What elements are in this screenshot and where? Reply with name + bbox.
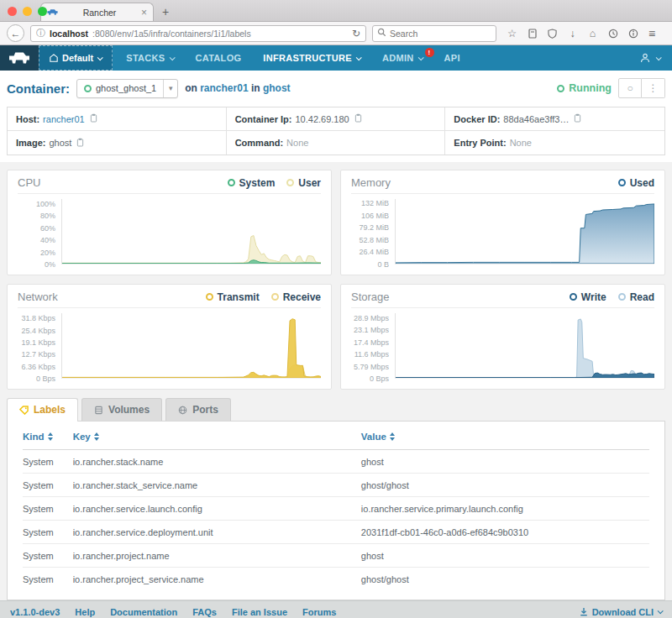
legend-item-read[interactable]: Read [618, 291, 654, 303]
nav-catalog[interactable]: CATALOG [196, 53, 242, 63]
site-info-icon[interactable]: ⓘ [36, 27, 45, 39]
tab-ports-text: Ports [192, 404, 218, 416]
key-cell: io.rancher.service.deployment.unit [73, 527, 361, 537]
chevron-down-icon [656, 55, 662, 60]
legend-item-receive[interactable]: Receive [271, 291, 321, 303]
chevron-down-icon [356, 55, 362, 60]
image-label: Image: [16, 138, 45, 148]
kind-header-text: Kind [23, 432, 45, 442]
history-icon[interactable] [606, 27, 619, 39]
state-text: Running [569, 82, 612, 94]
chart-legend: WriteRead [570, 291, 654, 303]
container-select[interactable]: ghost_ghost_1 ▾ [76, 79, 178, 98]
key-header-text: Key [73, 432, 91, 442]
y-tick-label: 0 Bps [36, 374, 55, 383]
environment-menu[interactable]: Default [39, 45, 113, 71]
tab-ports[interactable]: Ports [165, 398, 231, 421]
y-tick-label: 31.8 Kbps [21, 314, 55, 322]
nav-infrastructure[interactable]: INFRASTRUCTURE [263, 53, 360, 63]
column-header-kind[interactable]: Kind [23, 432, 73, 442]
shield-icon[interactable] [546, 27, 559, 39]
more-actions-button[interactable]: ⋮ [642, 78, 665, 98]
info-icon[interactable] [627, 27, 639, 39]
chevron-down-icon [417, 55, 423, 60]
charts-grid: CPU SystemUser 100%80%60%40%20%0% Memory… [0, 162, 672, 390]
chart-title: CPU [18, 176, 40, 189]
chart-area-svg [62, 199, 321, 264]
tabs-row: Labels Volumes Ports [0, 390, 672, 421]
zoom-window-button[interactable] [38, 7, 47, 16]
rancher-logo[interactable] [0, 45, 39, 71]
back-icon[interactable]: ← [7, 24, 24, 42]
copy-clipboard-icon[interactable] [354, 113, 362, 124]
legend-item-user[interactable]: User [286, 177, 321, 189]
running-ring-icon [557, 85, 564, 92]
minimize-window-button[interactable] [23, 7, 32, 16]
stack-link[interactable]: ghost [263, 82, 291, 94]
window-controls[interactable] [8, 7, 47, 16]
download-icon [580, 607, 588, 616]
table-row: Systemio.rancher.service.launch.configio… [23, 497, 649, 521]
host-link[interactable]: rancher01 [200, 82, 248, 94]
url-bar[interactable]: ⓘ localhost :8080/env/1a5/infra/containe… [30, 25, 366, 42]
kind-cell: System [23, 574, 73, 584]
y-tick-label: 17.4 Mbps [354, 338, 389, 347]
legend-item-used[interactable]: Used [618, 177, 654, 189]
tab-close-icon[interactable]: × [141, 8, 147, 18]
home-icon[interactable]: ⌂ [586, 27, 599, 39]
nav-stacks-label: STACKS [126, 53, 165, 63]
footer-link-documentation[interactable]: Documentation [110, 607, 177, 617]
close-window-button[interactable] [8, 7, 17, 16]
copy-clipboard-icon[interactable] [76, 138, 84, 149]
host-value-link[interactable]: rancher01 [43, 114, 85, 124]
reload-icon[interactable]: ↻ [352, 28, 360, 39]
search-input[interactable] [390, 29, 491, 39]
user-menu[interactable] [640, 45, 672, 71]
sort-icon [94, 432, 99, 441]
download-cli-label: Download CLI [592, 607, 654, 617]
nav-api[interactable]: API [444, 53, 460, 63]
y-tick-label: 0% [45, 260, 55, 269]
tab-labels[interactable]: Labels [7, 398, 78, 421]
nav-stacks[interactable]: STACKS [126, 53, 173, 63]
browser-tab[interactable]: Rancher × [40, 3, 154, 21]
nav-infrastructure-label: INFRASTRUCTURE [263, 53, 352, 63]
legend-ring-icon [286, 179, 294, 186]
tab-volumes[interactable]: Volumes [81, 398, 162, 421]
legend-ring-icon [618, 293, 626, 301]
footer-link-faqs[interactable]: FAQs [192, 607, 217, 617]
chart-title: Storage [351, 291, 390, 303]
y-tick-label: 79.2 MiB [359, 223, 389, 232]
pocket-icon[interactable] [526, 27, 538, 39]
y-tick-label: 25.4 Kbps [21, 327, 55, 335]
menu-icon[interactable]: ≡ [648, 27, 655, 40]
value-cell: ghost [361, 457, 649, 467]
footer-link-file-an-issue[interactable]: File an Issue [232, 607, 287, 617]
copy-clipboard-icon[interactable] [90, 113, 97, 124]
legend-item-write[interactable]: Write [570, 291, 606, 303]
y-tick-label: 106 MiB [361, 212, 389, 220]
bookmark-star-icon[interactable]: ☆ [506, 27, 518, 39]
search-field[interactable] [372, 25, 496, 42]
legend-item-system[interactable]: System [228, 177, 276, 189]
column-header-key[interactable]: Key [73, 432, 361, 442]
version-link[interactable]: v1.1.0-dev3 [10, 607, 60, 617]
download-icon[interactable]: ↓ [566, 27, 579, 39]
series-user [62, 235, 321, 264]
legend-item-transmit[interactable]: Transmit [206, 291, 260, 303]
restart-button[interactable]: ○ [618, 78, 642, 98]
footer-link-help[interactable]: Help [75, 607, 95, 617]
download-cli-button[interactable]: Download CLI [580, 607, 662, 617]
new-tab-button[interactable]: + [162, 5, 169, 21]
state-badge: Running [557, 82, 612, 94]
nav-admin[interactable]: ADMIN ! [382, 53, 423, 63]
cpu-plot-area [61, 199, 321, 264]
key-cell: io.rancher.project_service.name [73, 574, 361, 584]
admin-alert-badge: ! [425, 48, 434, 57]
copy-clipboard-icon[interactable] [574, 113, 581, 124]
container-select-value: ghost_ghost_1 [96, 83, 156, 93]
y-tick-label: 60% [40, 224, 55, 233]
table-row: Systemio.rancher.stack_service.nameghost… [23, 474, 649, 497]
footer-link-forums[interactable]: Forums [302, 607, 336, 617]
column-header-value[interactable]: Value [361, 432, 649, 442]
